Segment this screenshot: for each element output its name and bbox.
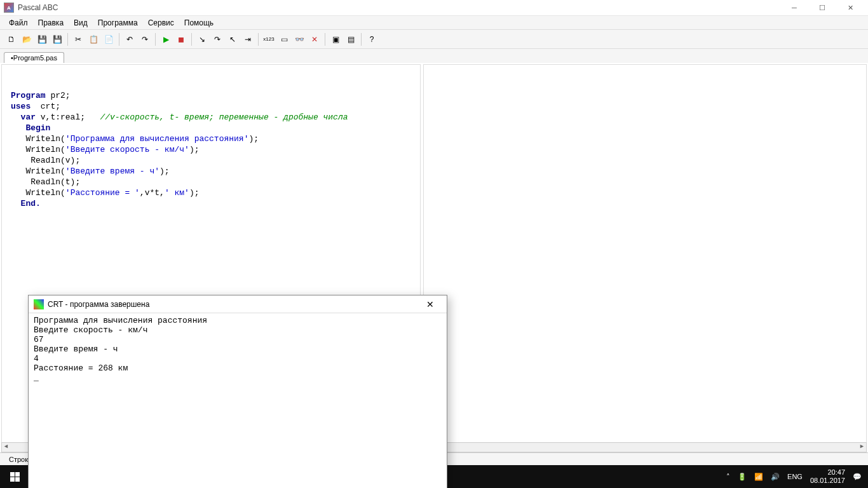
- menu-help[interactable]: Помощь: [179, 17, 219, 29]
- copy-icon[interactable]: 📋: [86, 32, 100, 46]
- start-button[interactable]: [0, 465, 29, 488]
- crt-close-button[interactable]: ✕: [419, 299, 442, 309]
- system-tray: ˄ 🔋 📶 🔊 ENG 20:47 08.01.2017 💬: [722, 468, 868, 485]
- cut-icon[interactable]: ✂: [71, 32, 85, 46]
- run-icon[interactable]: ▶: [159, 32, 173, 46]
- tab-program5[interactable]: •Program5.pas: [4, 52, 64, 63]
- help-icon[interactable]: ?: [365, 32, 379, 46]
- menu-edit[interactable]: Правка: [33, 17, 69, 29]
- tray-battery-icon[interactable]: 🔋: [734, 473, 750, 481]
- console-icon[interactable]: ▣: [329, 32, 342, 46]
- clear-icon[interactable]: ✕: [308, 32, 322, 46]
- step-over-icon[interactable]: ↷: [210, 32, 224, 46]
- eval-icon[interactable]: 👓: [292, 32, 306, 46]
- tray-wifi-icon[interactable]: 📶: [750, 473, 767, 481]
- menu-file[interactable]: Файл: [4, 17, 33, 29]
- tray-notifications-icon[interactable]: 💬: [849, 473, 865, 481]
- crt-icon: [34, 299, 44, 309]
- watch-icon[interactable]: x123: [262, 32, 276, 46]
- crt-title-bar[interactable]: CRT - программа завершена ✕: [29, 295, 447, 313]
- crt-output-window: CRT - программа завершена ✕ Программа дл…: [28, 295, 447, 488]
- code-pane-right[interactable]: [423, 64, 867, 451]
- crt-output-text: Программа для вычисления расстояния Введ…: [29, 313, 447, 488]
- paste-icon[interactable]: 📄: [102, 32, 116, 46]
- new-file-icon[interactable]: 🗋: [4, 32, 18, 46]
- tray-language[interactable]: ENG: [783, 473, 806, 480]
- stop-icon[interactable]: ◼: [174, 32, 188, 46]
- editor-area: Program pr2; uses crt; var v,t:real; //v…: [0, 63, 868, 452]
- menu-view[interactable]: Вид: [69, 17, 93, 29]
- close-button[interactable]: ✕: [836, 0, 864, 16]
- step-out-icon[interactable]: ↖: [226, 32, 240, 46]
- save-all-icon[interactable]: 💾: [50, 32, 64, 46]
- open-file-icon[interactable]: 📂: [20, 32, 34, 46]
- minimize-button[interactable]: ─: [780, 0, 808, 16]
- redo-icon[interactable]: ↷: [138, 32, 152, 46]
- source-code[interactable]: Program pr2; uses crt; var v,t:real; //v…: [2, 65, 420, 209]
- step-into-icon[interactable]: ↘: [195, 32, 209, 46]
- undo-icon[interactable]: ↶: [123, 32, 137, 46]
- run-to-cursor-icon[interactable]: ⇥: [241, 32, 255, 46]
- app-icon: A: [4, 3, 14, 13]
- crt-title: CRT - программа завершена: [48, 300, 419, 309]
- menu-bar: Файл Правка Вид Программа Сервис Помощь: [0, 16, 868, 30]
- tray-chevron-icon[interactable]: ˄: [722, 473, 734, 481]
- menu-service[interactable]: Сервис: [143, 17, 179, 29]
- output-icon[interactable]: ▤: [344, 32, 358, 46]
- toolbar: 🗋 📂 💾 💾 ✂ 📋 📄 ↶ ↷ ▶ ◼ ↘ ↷ ↖ ⇥ x123 ▭ 👓 ✕…: [0, 30, 868, 49]
- app-title: Pascal ABC: [18, 3, 780, 12]
- maximize-button[interactable]: ☐: [808, 0, 836, 16]
- save-icon[interactable]: 💾: [35, 32, 49, 46]
- title-bar: A Pascal ABC ─ ☐ ✕: [0, 0, 868, 16]
- tab-bar: •Program5.pas: [0, 49, 868, 63]
- breakpoint-icon[interactable]: ▭: [277, 32, 291, 46]
- menu-program[interactable]: Программа: [93, 17, 143, 29]
- tray-volume-icon[interactable]: 🔊: [767, 473, 783, 481]
- tray-clock[interactable]: 20:47 08.01.2017: [806, 468, 849, 485]
